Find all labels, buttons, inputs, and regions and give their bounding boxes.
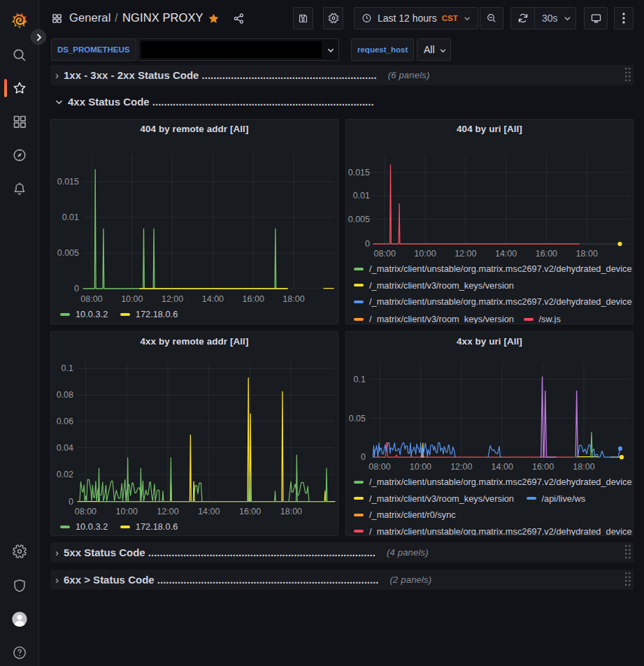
svg-text:10:00: 10:00	[116, 507, 138, 516]
svg-text:0.06: 0.06	[57, 417, 73, 426]
svg-text:18:00: 18:00	[573, 462, 594, 472]
svg-text:08:00: 08:00	[368, 462, 390, 472]
svg-text:14:00: 14:00	[198, 507, 220, 516]
svg-text:0.01: 0.01	[353, 191, 370, 201]
svg-text:0: 0	[74, 284, 79, 294]
svg-text:12:00: 12:00	[450, 462, 472, 472]
svg-text:14:00: 14:00	[492, 462, 513, 472]
svg-text:08:00: 08:00	[75, 507, 96, 516]
svg-text:18:00: 18:00	[282, 294, 304, 304]
svg-text:0: 0	[361, 452, 366, 462]
svg-text:0.005: 0.005	[348, 215, 370, 224]
svg-text:0.05: 0.05	[349, 414, 366, 424]
svg-text:18:00: 18:00	[280, 507, 302, 516]
svg-text:16:00: 16:00	[243, 294, 264, 304]
svg-text:16:00: 16:00	[532, 462, 554, 472]
svg-text:14:00: 14:00	[495, 249, 517, 259]
svg-text:0.02: 0.02	[57, 470, 73, 479]
svg-text:12:00: 12:00	[157, 507, 178, 516]
svg-text:0.08: 0.08	[57, 390, 73, 400]
svg-text:0.04: 0.04	[57, 443, 73, 453]
svg-text:0.015: 0.015	[57, 177, 79, 187]
svg-text:0.1: 0.1	[354, 375, 366, 384]
svg-text:18:00: 18:00	[576, 249, 598, 259]
svg-text:08:00: 08:00	[374, 249, 396, 259]
svg-text:0.015: 0.015	[348, 168, 370, 178]
svg-text:0.005: 0.005	[57, 248, 79, 258]
svg-text:0.1: 0.1	[62, 363, 73, 373]
svg-text:0: 0	[69, 497, 73, 507]
svg-text:0: 0	[365, 239, 370, 249]
svg-text:08:00: 08:00	[80, 294, 102, 304]
svg-text:12:00: 12:00	[162, 294, 183, 304]
svg-text:16:00: 16:00	[536, 249, 557, 259]
svg-text:0.01: 0.01	[62, 212, 79, 222]
svg-text:10:00: 10:00	[410, 462, 431, 472]
svg-text:10:00: 10:00	[121, 294, 143, 304]
svg-text:14:00: 14:00	[202, 294, 224, 304]
svg-text:12:00: 12:00	[455, 249, 476, 259]
svg-text:10:00: 10:00	[414, 249, 436, 259]
svg-text:16:00: 16:00	[239, 507, 261, 516]
